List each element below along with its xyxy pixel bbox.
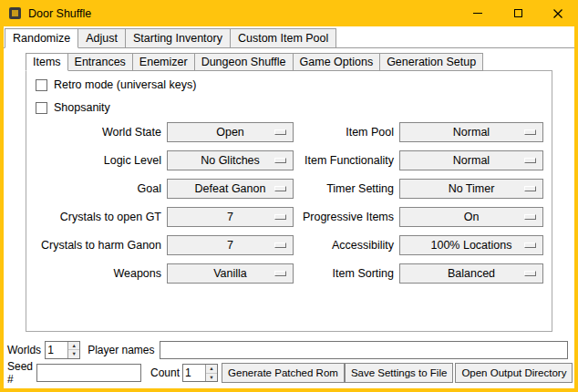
crystals-gt-label: Crystals to open GT	[32, 211, 167, 223]
dropdown-indicator-icon	[274, 214, 286, 220]
close-icon	[553, 9, 563, 18]
minimize-button[interactable]	[458, 0, 498, 26]
count-spin-buttons: ▲ ▼	[205, 365, 217, 381]
dropdown-indicator-icon	[274, 158, 286, 163]
item-functionality-label: Item Functionality	[301, 154, 399, 167]
count-label: Count	[150, 366, 180, 379]
tab-entrances[interactable]: Entrances	[67, 53, 133, 71]
crystals-ganon-dropdown[interactable]: 7	[167, 235, 294, 255]
retro-mode-checkbox[interactable]	[36, 79, 47, 91]
inner-tab-bar: Items Entrances Enemizer Dungeon Shuffle…	[26, 53, 482, 71]
shopsanity-label: Shopsanity	[54, 101, 110, 114]
timer-setting-dropdown[interactable]: No Timer	[399, 179, 543, 199]
generate-bar: Seed # Count ▲ ▼ Generate Patched Rom Sa…	[7, 363, 568, 383]
spinner-up-icon[interactable]: ▲	[68, 342, 79, 351]
option-row: Goal Defeat Ganon Timer Setting No Timer	[26, 174, 552, 202]
titlebar: Door Shuffle	[0, 0, 578, 26]
tab-items[interactable]: Items	[26, 53, 68, 71]
retro-mode-label: Retro mode (universal keys)	[54, 78, 196, 91]
tab-custom-item-pool[interactable]: Custom Item Pool	[230, 28, 336, 48]
crystals-ganon-label: Crystals to harm Ganon	[32, 239, 167, 252]
progressive-items-dropdown[interactable]: On	[399, 207, 543, 227]
maximize-icon	[514, 9, 522, 17]
seed-label: Seed #	[7, 360, 33, 386]
logic-level-dropdown[interactable]: No Glitches	[167, 150, 294, 170]
tab-game-options[interactable]: Game Options	[293, 53, 381, 71]
tab-dungeon-shuffle[interactable]: Dungeon Shuffle	[194, 53, 294, 71]
client-area: Randomize Adjust Starting Inventory Cust…	[4, 26, 574, 388]
item-functionality-dropdown[interactable]: Normal	[399, 150, 543, 170]
dropdown-indicator-icon	[524, 129, 536, 135]
item-pool-dropdown[interactable]: Normal	[399, 122, 543, 142]
generate-button[interactable]: Generate Patched Rom	[222, 363, 345, 383]
shopsanity-checkbox[interactable]	[36, 102, 47, 114]
tab-randomize[interactable]: Randomize	[5, 28, 78, 48]
item-sorting-dropdown[interactable]: Balanced	[399, 263, 543, 284]
accessibility-label: Accessibility	[301, 239, 399, 252]
window-controls	[458, 0, 578, 26]
dropdown-indicator-icon	[524, 158, 536, 163]
weapons-label: Weapons	[32, 267, 167, 280]
open-output-button[interactable]: Open Output Directory	[455, 363, 573, 383]
weapons-dropdown[interactable]: Vanilla	[167, 263, 294, 284]
progressive-items-label: Progressive Items	[301, 211, 399, 223]
count-input[interactable]	[183, 365, 205, 381]
world-state-label: World State	[32, 126, 167, 139]
window: Door Shuffle Randomize Adjust Starting I…	[0, 0, 578, 392]
option-row: World State Open Item Pool Normal	[26, 118, 552, 146]
tab-adjust[interactable]: Adjust	[77, 28, 126, 48]
count-spinner: ▲ ▼	[182, 364, 218, 382]
dropdown-indicator-icon	[524, 271, 536, 276]
player-names-input[interactable]	[160, 341, 569, 359]
timer-setting-label: Timer Setting	[301, 182, 399, 195]
option-row: Logic Level No Glitches Item Functionali…	[26, 146, 552, 174]
options-grid: World State Open Item Pool Normal Logic …	[26, 118, 552, 287]
shopsanity-row: Shopsanity	[36, 100, 110, 115]
app-icon	[9, 7, 21, 19]
close-button[interactable]	[538, 0, 578, 26]
spinner-down-icon[interactable]: ▼	[206, 374, 217, 382]
tab-generation-setup[interactable]: Generation Setup	[379, 53, 483, 71]
worlds-spin-buttons: ▲ ▼	[67, 342, 79, 358]
dropdown-indicator-icon	[524, 214, 536, 220]
crystals-gt-dropdown[interactable]: 7	[167, 207, 294, 227]
spinner-down-icon[interactable]: ▼	[68, 350, 79, 358]
dropdown-indicator-icon	[274, 186, 286, 191]
tab-starting-inventory[interactable]: Starting Inventory	[125, 28, 231, 48]
maximize-button[interactable]	[498, 0, 538, 26]
option-row: Weapons Vanilla Item Sorting Balanced	[26, 259, 552, 287]
tab-enemizer[interactable]: Enemizer	[132, 53, 195, 71]
window-title: Door Shuffle	[28, 7, 91, 20]
seed-input[interactable]	[36, 364, 141, 382]
multiworld-bar: Worlds ▲ ▼ Player names	[7, 340, 568, 359]
save-settings-button[interactable]: Save Settings to File	[345, 363, 453, 383]
worlds-spinner: ▲ ▼	[45, 341, 80, 359]
worlds-label: Worlds	[7, 344, 41, 356]
world-state-dropdown[interactable]: Open	[167, 122, 294, 142]
accessibility-dropdown[interactable]: 100% Locations	[399, 235, 543, 255]
item-sorting-label: Item Sorting	[301, 267, 399, 280]
dropdown-indicator-icon	[524, 186, 536, 191]
dropdown-indicator-icon	[274, 242, 286, 248]
outer-tab-bar: Randomize Adjust Starting Inventory Cust…	[5, 28, 335, 48]
dropdown-indicator-icon	[274, 271, 286, 276]
dropdown-indicator-icon	[524, 242, 536, 248]
logic-level-label: Logic Level	[32, 154, 167, 167]
option-row: Crystals to open GT 7 Progressive Items …	[26, 202, 552, 231]
item-pool-label: Item Pool	[301, 126, 399, 139]
player-names-label: Player names	[88, 344, 154, 356]
dropdown-indicator-icon	[274, 129, 286, 135]
items-tab-panel: Retro mode (universal keys) Shopsanity W…	[26, 70, 552, 332]
option-row: Crystals to harm Ganon 7 Accessibility 1…	[26, 231, 552, 259]
spinner-up-icon[interactable]: ▲	[206, 365, 217, 374]
goal-dropdown[interactable]: Defeat Ganon	[167, 179, 294, 199]
minimize-icon	[473, 13, 482, 14]
worlds-input[interactable]	[46, 342, 67, 358]
retro-mode-row: Retro mode (universal keys)	[36, 77, 196, 92]
goal-label: Goal	[32, 182, 167, 195]
